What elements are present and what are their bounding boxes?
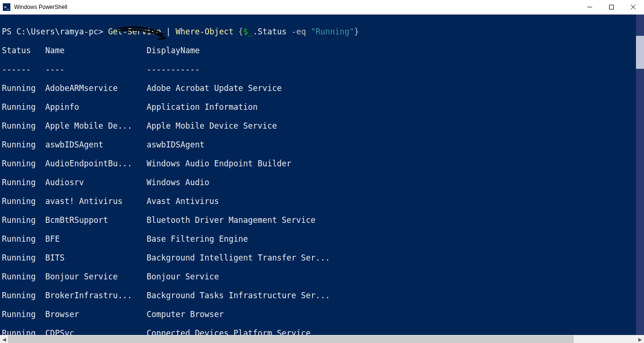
cell-status: Running [2, 196, 45, 206]
window-title: Windows PowerShell [13, 4, 579, 10]
horizontal-scrollbar-track[interactable] [8, 335, 636, 343]
console-output: PS C:\Users\ramya-pc> Get-Service | Wher… [0, 15, 644, 335]
cell-displayname: Bluetooth Driver Management Service [147, 215, 315, 225]
scroll-left-button[interactable]: ◀ [0, 335, 8, 343]
table-row: RunningAudioEndpointBu...Windows Audio E… [2, 159, 644, 168]
cell-displayname: Background Tasks Infrastructure Ser... [147, 291, 330, 300]
minimize-icon [587, 5, 592, 9]
table-row: RunningBrowserComputer Browser [2, 310, 644, 319]
cell-displayname: Base Filtering Engine [147, 234, 248, 244]
table-row: RunningBrokerInfrastru...Background Task… [2, 291, 644, 300]
maximize-icon [609, 5, 614, 9]
table-row: RunningApple Mobile De...Apple Mobile De… [2, 121, 644, 131]
cell-name: aswbIDSAgent [45, 140, 147, 149]
cell-displayname: Avast Antivirus [147, 196, 219, 206]
cell-displayname: Connected Devices Platform Service [147, 328, 311, 335]
close-button[interactable] [622, 0, 644, 14]
console-area[interactable]: PS C:\Users\ramya-pc> Get-Service | Wher… [0, 15, 644, 335]
table-row: RunningCDPSvcConnected Devices Platform … [2, 328, 644, 335]
cell-name: Bonjour Service [45, 272, 147, 281]
titlebar[interactable]: >_ Windows PowerShell [0, 0, 644, 15]
table-row: Runningavast! AntivirusAvast Antivirus [2, 196, 644, 206]
cell-status: Running [2, 291, 45, 300]
cell-name: Browser [45, 310, 147, 319]
cell-status: Running [2, 121, 45, 131]
table-row: RunningBcmBtRSupportBluetooth Driver Man… [2, 215, 644, 225]
scroll-right-button[interactable]: ▶ [636, 335, 644, 343]
header-underline: --------------------- [2, 65, 644, 74]
cell-name: BITS [45, 253, 147, 262]
cell-status: Running [2, 310, 45, 319]
horizontal-scrollbar[interactable]: ◀ ▶ [0, 335, 644, 343]
cell-displayname: Windows Audio Endpoint Builder [147, 159, 291, 168]
cell-displayname: aswbIDSAgent [147, 140, 205, 149]
cell-status: Running [2, 234, 45, 244]
cell-name: CDPSvc [45, 328, 147, 335]
horizontal-scrollbar-thumb[interactable] [8, 335, 574, 343]
header-status: Status [2, 46, 45, 55]
header-displayname: DisplayName [147, 46, 200, 55]
table-row: RunningAudiosrvWindows Audio [2, 178, 644, 187]
powershell-icon: >_ [3, 3, 10, 11]
cell-status: Running [2, 102, 45, 112]
cell-status: Running [2, 159, 45, 168]
vertical-scrollbar-thumb[interactable] [636, 36, 644, 69]
cell-displayname: Apple Mobile Device Service [147, 121, 277, 131]
cell-name: AdobeARMservice [45, 83, 147, 93]
table-row: RunningAdobeARMserviceAdobe Acrobat Upda… [2, 83, 644, 93]
vertical-scrollbar[interactable] [636, 15, 644, 335]
table-row: RunningBITSBackground Intelligent Transf… [2, 253, 644, 262]
cell-name: AudioEndpointBu... [45, 159, 147, 168]
cell-displayname: Background Intelligent Transfer Ser... [147, 253, 330, 262]
cell-displayname: Windows Audio [147, 178, 209, 187]
cell-displayname: Adobe Acrobat Update Service [147, 83, 282, 93]
prompt-line: PS C:\Users\ramya-pc> Get-Service | Wher… [2, 27, 359, 36]
cell-status: Running [2, 178, 45, 187]
header-name: Name [45, 46, 147, 55]
cell-displayname: Application Information [147, 102, 257, 112]
cell-displayname: Bonjour Service [147, 272, 219, 281]
table-row: RunningBonjour ServiceBonjour Service [2, 272, 644, 281]
maximize-button[interactable] [601, 0, 622, 14]
close-icon [631, 5, 636, 9]
cell-name: BFE [45, 234, 147, 244]
minimize-button[interactable] [579, 0, 601, 14]
table-row: RunningaswbIDSAgentaswbIDSAgent [2, 140, 644, 149]
cell-name: Audiosrv [45, 178, 147, 187]
cell-name: BrokerInfrastru... [45, 291, 147, 300]
table-row: RunningAppinfoApplication Information [2, 102, 644, 112]
cell-name: Apple Mobile De... [45, 121, 147, 131]
cell-name: avast! Antivirus [45, 196, 147, 206]
cell-name: Appinfo [45, 102, 147, 112]
header-row: StatusNameDisplayName [2, 46, 644, 55]
app-icon: >_ [0, 0, 13, 14]
cell-status: Running [2, 140, 45, 149]
cell-name: BcmBtRSupport [45, 215, 147, 225]
cell-status: Running [2, 215, 45, 225]
svg-rect-1 [610, 5, 614, 9]
cell-status: Running [2, 272, 45, 281]
cell-status: Running [2, 328, 45, 335]
cell-displayname: Computer Browser [147, 310, 224, 319]
cell-status: Running [2, 83, 45, 93]
cell-status: Running [2, 253, 45, 262]
table-row: RunningBFEBase Filtering Engine [2, 234, 644, 244]
